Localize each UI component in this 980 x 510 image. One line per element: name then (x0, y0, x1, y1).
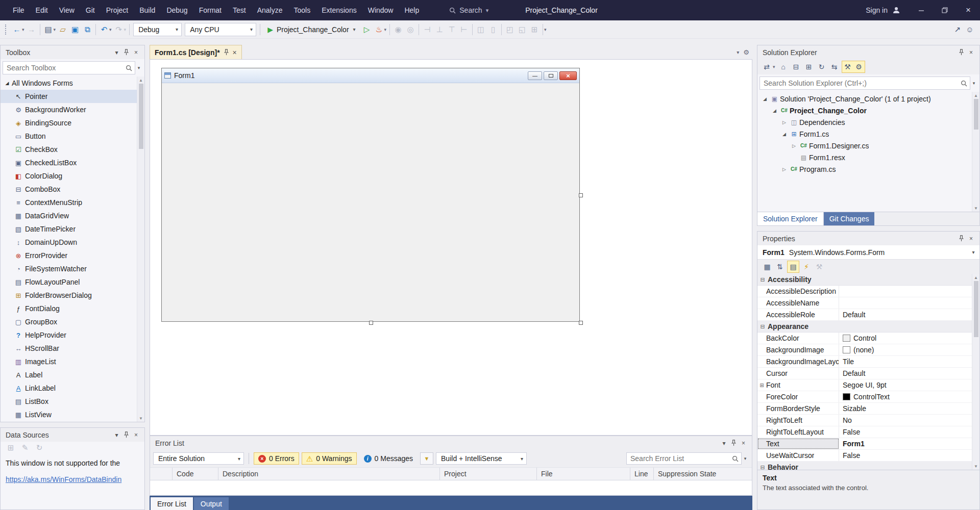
close-icon[interactable]: × (966, 47, 976, 57)
property-name-cell[interactable]: ForeColor (757, 391, 839, 402)
expander-icon[interactable]: ◢ (761, 96, 769, 101)
menu-item[interactable]: Analyze (252, 0, 288, 20)
column-header[interactable]: File (537, 468, 630, 480)
expander-icon[interactable]: ◢ (770, 108, 779, 113)
performance-profiler-icon[interactable]: ◉ (392, 23, 404, 36)
toolbox-item[interactable]: ? HelpProvider (1, 328, 137, 342)
messages-toggle[interactable]: i 0 Messages (359, 452, 418, 465)
resize-handle-corner[interactable] (579, 321, 583, 325)
document-tab-form1-design[interactable]: Form1.cs [Design]* × (150, 45, 242, 59)
tree-item[interactable]: ▷ C# Form1.Designer.cs (757, 140, 972, 151)
menu-item[interactable]: View (54, 0, 80, 20)
expander-icon[interactable]: ◢ (3, 81, 12, 86)
hot-reload-icon[interactable]: ♨ (373, 23, 385, 36)
quick-search[interactable]: Search ▾ (449, 6, 488, 14)
error-list-header[interactable]: Error List ▾ × (150, 436, 752, 450)
toolbar-options-icon[interactable]: ▾ (544, 27, 547, 32)
filter-icon[interactable]: ▼ (420, 452, 433, 465)
menu-item[interactable]: Debug (161, 0, 193, 20)
property-value-cell[interactable]: Control (839, 333, 972, 344)
toolbox-item[interactable]: ▧ DateTimePicker (1, 222, 137, 236)
tree-item[interactable]: ◢ ⊞ Form1.cs (757, 128, 972, 140)
hot-reload-chevron-icon[interactable]: ▾ (384, 27, 387, 32)
property-row[interactable]: ⊞ Font Segoe UI, 9pt (757, 379, 972, 391)
menu-item[interactable]: Edit (30, 0, 54, 20)
property-value-cell[interactable]: Tile (839, 356, 972, 367)
toolbox-item[interactable]: ƒ FontDialog (1, 302, 137, 315)
undo-icon[interactable]: ↶ (98, 23, 110, 36)
property-name-cell[interactable]: AccessibleDescription (757, 286, 839, 297)
toolbox-item[interactable]: ▢ GroupBox (1, 315, 137, 328)
toolbox-search-box[interactable] (3, 61, 135, 74)
sync-with-active-document-icon[interactable]: ⇆ (829, 61, 840, 72)
error-list-body[interactable] (150, 480, 752, 495)
menu-item[interactable]: Project (101, 0, 134, 20)
toolbox-item[interactable]: A LinkLabel (1, 381, 137, 395)
tree-item[interactable]: ▷ C# Program.cs (757, 163, 972, 175)
property-value-cell[interactable]: Sizable (839, 403, 972, 414)
property-name-cell[interactable]: FormBorderStyle (757, 403, 839, 414)
solution-explorer-header[interactable]: Solution Explorer × (757, 45, 979, 59)
property-name-cell[interactable]: ⊞ Font (757, 379, 839, 391)
alphabetical-icon[interactable]: ⇅ (774, 261, 786, 272)
pin-icon[interactable] (957, 47, 966, 57)
share-icon[interactable]: ↗ (951, 23, 964, 36)
menu-item[interactable]: Extensions (316, 0, 362, 20)
toolbox-group-all-windows-forms[interactable]: ◢ All Windows Forms (1, 76, 137, 90)
close-icon[interactable]: × (131, 47, 141, 57)
expand-icon[interactable]: ⊞ (757, 382, 766, 388)
toolbox-item[interactable]: ◧ ColorDialog (1, 169, 137, 183)
categorized-icon[interactable]: ▦ (762, 261, 773, 272)
chevron-down-icon[interactable]: ▾ (719, 438, 729, 448)
open-file-icon[interactable]: ▱ (57, 23, 69, 36)
feedback-icon[interactable]: ☺ (964, 23, 976, 36)
search-options-chevron-icon[interactable]: ▾ (135, 65, 142, 70)
toolbox-item[interactable]: ▥ ImageList (1, 355, 137, 368)
close-window-button[interactable]: × (957, 0, 980, 20)
expander-icon[interactable]: ▷ (780, 167, 789, 172)
resize-handle-right[interactable] (579, 193, 583, 197)
new-chevron-icon[interactable]: ▾ (54, 27, 56, 32)
menu-item[interactable]: Window (362, 0, 399, 20)
properties-header[interactable]: Properties × (757, 232, 979, 245)
scroll-up-icon[interactable]: ▲ (974, 92, 978, 99)
collapse-all-icon[interactable]: ⊟ (791, 61, 802, 72)
form-maximize-button[interactable] (544, 71, 558, 80)
close-icon[interactable]: × (966, 234, 976, 243)
edit-data-source-icon[interactable]: ✎ (19, 441, 31, 454)
toolbox-item[interactable]: ▣ CheckedListBox (1, 156, 137, 169)
property-name-cell[interactable]: BackgroundImageLayout (757, 356, 839, 367)
events-lightning-icon[interactable]: ⚡ (801, 261, 812, 272)
errors-toggle[interactable]: × 0 Errors (254, 452, 299, 465)
forms-designer-surface[interactable]: Form1 — × (150, 59, 752, 436)
menu-item[interactable]: Format (193, 0, 227, 20)
property-value-cell[interactable]: False (839, 426, 972, 438)
property-row[interactable]: Text Form1 (757, 438, 972, 450)
new-project-icon[interactable]: ▤ (42, 23, 55, 36)
align-bottoms-icon[interactable]: ⊥ (433, 23, 446, 36)
form-minimize-button[interactable]: — (528, 71, 542, 80)
pin-icon[interactable] (224, 49, 229, 56)
toolbar-grip[interactable] (5, 24, 8, 35)
property-row[interactable]: AccessibleDescription (757, 286, 972, 297)
align-lefts-icon[interactable]: ⊣ (421, 23, 433, 36)
show-all-files-icon[interactable]: ⊞ (803, 61, 815, 72)
scrollbar-thumb[interactable] (139, 84, 143, 149)
property-value-cell[interactable]: (none) (839, 344, 972, 355)
restore-button[interactable] (933, 0, 957, 20)
align-rights-icon[interactable]: ⊢ (458, 23, 470, 36)
property-row[interactable]: ForeColor ControlText (757, 391, 972, 403)
property-value-cell[interactable]: Form1 (839, 438, 972, 449)
pin-icon[interactable] (729, 438, 739, 448)
property-name-cell[interactable]: AccessibleRole (757, 309, 839, 320)
property-name-cell[interactable]: AccessibleName (757, 297, 839, 309)
property-name-cell[interactable]: Cursor (757, 368, 839, 379)
expander-icon[interactable]: ▷ (780, 120, 789, 125)
scroll-down-icon[interactable]: ▼ (139, 415, 143, 422)
warnings-toggle[interactable]: ⚠ 0 Warnings (302, 452, 357, 465)
tree-item[interactable]: ▤ Form1.resx (757, 151, 972, 163)
property-row[interactable]: FormBorderStyle Sizable (757, 403, 972, 415)
column-header[interactable]: Code (173, 468, 218, 480)
property-row[interactable]: AccessibleName (757, 297, 972, 309)
property-name-cell[interactable]: BackgroundImage (757, 344, 839, 355)
